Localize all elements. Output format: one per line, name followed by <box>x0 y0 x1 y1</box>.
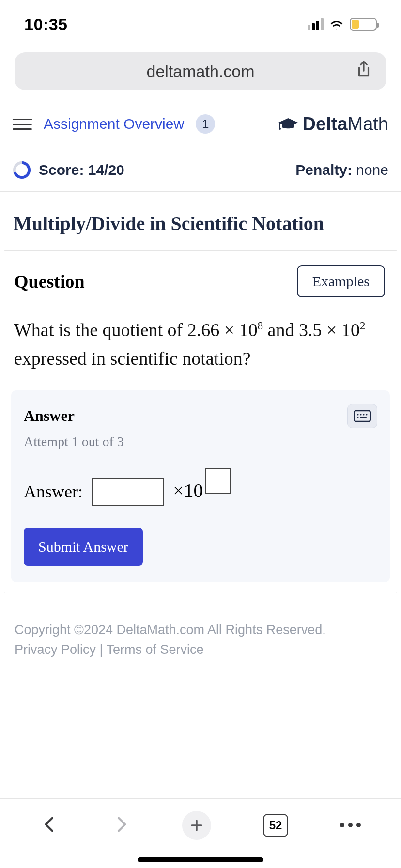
app-header: Assignment Overview 1 DeltaMath <box>0 100 401 148</box>
browser-url-bar[interactable]: deltamath.com <box>15 52 386 90</box>
home-indicator <box>0 852 401 868</box>
times-ten-label: ×10 <box>173 479 203 502</box>
svg-point-7 <box>366 414 367 415</box>
menu-button[interactable] <box>13 114 32 134</box>
answer-input-line: Answer: ×10 <box>24 478 377 506</box>
score-row: Score: 14/20 Penalty: none <box>0 148 401 192</box>
forward-button[interactable] <box>111 815 131 836</box>
notification-badge: 1 <box>196 114 215 134</box>
cellular-signal-icon <box>308 18 324 30</box>
answer-heading: Answer <box>24 407 75 425</box>
score-label: Score: 14/20 <box>39 162 124 178</box>
svg-rect-3 <box>354 411 370 421</box>
hamburger-icon <box>13 119 32 120</box>
url-domain: deltamath.com <box>147 62 255 81</box>
brand-logo[interactable]: DeltaMath <box>278 114 388 135</box>
copyright-text: Copyright ©2024 DeltaMath.com All Rights… <box>0 593 401 639</box>
brand-text: Math <box>348 114 388 134</box>
terms-of-service-link[interactable]: Terms of Service <box>107 642 204 657</box>
examples-button[interactable]: Examples <box>297 265 385 297</box>
keyboard-button[interactable] <box>347 404 377 428</box>
svg-rect-9 <box>360 417 367 418</box>
wifi-icon <box>328 15 345 34</box>
graduation-cap-icon <box>278 117 299 131</box>
svg-point-8 <box>357 417 358 418</box>
back-button[interactable] <box>40 815 60 836</box>
tabs-button[interactable]: 52 <box>263 814 288 837</box>
exponent-input[interactable] <box>205 468 231 494</box>
progress-ring-icon <box>13 161 31 179</box>
more-button[interactable] <box>340 823 361 827</box>
question-heading: Question <box>14 271 85 292</box>
keyboard-icon <box>354 410 371 422</box>
plus-icon <box>188 817 205 834</box>
attempt-counter: Attempt 1 out of 3 <box>24 434 377 450</box>
status-time: 10:35 <box>24 15 67 34</box>
coefficient-input[interactable] <box>92 478 164 506</box>
chevron-right-icon <box>111 815 131 834</box>
submit-answer-button[interactable]: Submit Answer <box>24 528 143 566</box>
section-title: Multiply/Divide in Scientific Notation <box>0 192 401 250</box>
svg-point-5 <box>360 414 361 415</box>
status-indicators <box>308 15 377 34</box>
tab-count: 52 <box>269 819 282 832</box>
assignment-overview-link[interactable]: Assignment Overview <box>44 116 184 132</box>
status-bar: 10:35 <box>0 0 401 48</box>
svg-point-6 <box>363 414 364 415</box>
new-tab-button[interactable] <box>182 811 211 840</box>
battery-icon <box>350 18 377 31</box>
privacy-policy-link[interactable]: Privacy Policy <box>15 642 96 657</box>
svg-point-4 <box>357 414 358 415</box>
answer-box: Answer Attempt 1 out of 3 Answer: ×10 Su… <box>11 390 390 582</box>
browser-toolbar: 52 <box>0 798 401 852</box>
chevron-left-icon <box>40 815 60 834</box>
penalty-label: Penalty: none <box>295 162 388 178</box>
share-button[interactable] <box>355 60 373 82</box>
footer-links: Privacy Policy | Terms of Service <box>0 639 401 666</box>
question-card: Question Examples What is the quotient o… <box>4 250 397 593</box>
share-icon <box>355 60 373 78</box>
browser-url-bar-container: deltamath.com <box>0 48 401 100</box>
brand-text-bold: Delta <box>303 114 348 134</box>
question-text: What is the quotient of 2.66 × 108 and 3… <box>4 309 397 388</box>
answer-label: Answer: <box>24 481 83 502</box>
more-horizontal-icon <box>340 823 361 827</box>
svg-point-0 <box>279 128 281 130</box>
